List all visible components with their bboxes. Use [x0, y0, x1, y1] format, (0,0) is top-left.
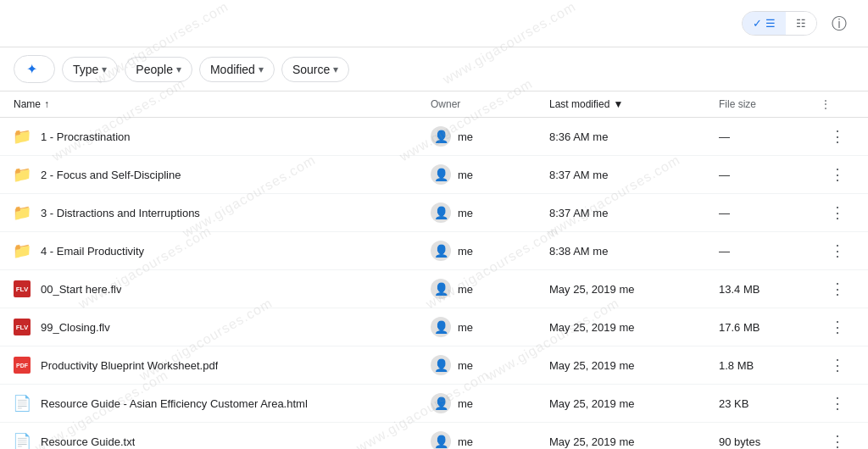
file-list: 📁 1 - Procrastination 👤 me 8:36 AM me — …: [0, 118, 868, 449]
more-options-button[interactable]: ⋮: [824, 352, 851, 379]
file-name-cell: FLV 99_Closing.flv: [14, 319, 431, 335]
table-row[interactable]: 📁 2 - Focus and Self-Discipline 👤 me 8:3…: [0, 156, 868, 194]
more-options-button[interactable]: ⋮: [824, 390, 851, 417]
owner-cell: 👤 me: [431, 431, 549, 449]
grid-icon: ☷: [796, 17, 806, 30]
owner-name: me: [458, 169, 473, 181]
more-options-button[interactable]: ⋮: [824, 199, 851, 226]
file-name: 2 - Focus and Self-Discipline: [41, 169, 181, 181]
modified-cell: May 25, 2019 me: [549, 359, 719, 372]
table-row[interactable]: 📄 Resource Guide - Asian Efficiency Cust…: [0, 385, 868, 423]
table-row[interactable]: PDF Productivity Blueprint Worksheet.pdf…: [0, 346, 868, 385]
more-cell: ⋮: [821, 237, 854, 264]
modified-column-header[interactable]: Last modified ▼: [549, 98, 719, 110]
size-cell: —: [719, 245, 821, 258]
type-chevron-icon: ▾: [102, 64, 107, 75]
source-filter-button[interactable]: Source ▾: [281, 57, 349, 82]
owner-name: me: [458, 283, 473, 296]
header-actions: ✓ ☰ ☷ ⓘ: [742, 8, 854, 39]
file-name: 00_Start here.flv: [41, 283, 121, 296]
table-header: Name ↑ Owner Last modified ▼ File size ⋮: [0, 91, 868, 118]
file-name: 4 - Email Productivity: [41, 245, 144, 258]
modified-filter-button[interactable]: Modified ▾: [199, 57, 275, 82]
folder-icon: 📁: [14, 166, 31, 183]
file-name-cell: FLV 00_Start here.flv: [14, 280, 431, 297]
modified-cell: 8:37 AM me: [549, 169, 719, 181]
avatar: 👤: [431, 317, 451, 337]
owner-cell: 👤 me: [431, 279, 549, 299]
more-options-button[interactable]: ⋮: [824, 237, 851, 264]
more-cell: ⋮: [821, 275, 854, 302]
file-name-cell: 📁 1 - Procrastination: [14, 128, 431, 145]
more-cell: ⋮: [821, 161, 854, 188]
more-col-icon: ⋮: [821, 98, 831, 110]
source-filter-label: Source: [292, 63, 330, 76]
list-view-button[interactable]: ✓ ☰: [743, 12, 786, 35]
modified-cell: 8:37 AM me: [549, 207, 719, 219]
type-filter-label: Type: [73, 63, 98, 76]
doc-icon: 📄: [14, 433, 31, 449]
folder-icon: 📁: [14, 204, 31, 221]
size-column-header[interactable]: File size: [719, 98, 821, 110]
owner-cell: 👤 me: [431, 355, 549, 375]
more-options-button[interactable]: ⋮: [824, 161, 851, 188]
owner-cell: 👤 me: [431, 393, 549, 413]
name-column-header[interactable]: Name ↑: [14, 98, 431, 110]
owner-column-header[interactable]: Owner: [431, 98, 549, 110]
name-sort-arrow: ↑: [44, 98, 49, 110]
table-row[interactable]: 📁 3 - Distractions and Interruptions 👤 m…: [0, 194, 868, 232]
avatar: 👤: [431, 126, 451, 147]
table-row[interactable]: 📄 Resource Guide.txt 👤 me May 25, 2019 m…: [0, 423, 868, 449]
modified-sort-arrow: ▼: [613, 98, 623, 110]
size-cell: 23 KB: [719, 397, 821, 410]
file-name: 1 - Procrastination: [41, 130, 131, 143]
more-options-button[interactable]: ⋮: [824, 123, 851, 150]
pdf-icon: PDF: [14, 357, 31, 374]
file-name-cell: PDF Productivity Blueprint Worksheet.pdf: [14, 357, 431, 374]
more-options-button[interactable]: ⋮: [824, 428, 851, 449]
more-cell: ⋮: [821, 352, 854, 379]
size-col-label: File size: [719, 98, 756, 110]
owner-cell: 👤 me: [431, 202, 549, 223]
name-col-label: Name: [14, 98, 41, 110]
info-button[interactable]: ⓘ: [824, 8, 854, 39]
avatar: 👤: [431, 279, 451, 299]
folder-icon: 📁: [14, 128, 31, 145]
avatar: 👤: [431, 241, 451, 261]
more-column-header: ⋮: [821, 98, 854, 110]
doc-icon: 📄: [14, 395, 31, 412]
file-name-cell: 📁 4 - Email Productivity: [14, 242, 431, 259]
owner-cell: 👤 me: [431, 317, 549, 337]
info-icon: ⓘ: [832, 14, 847, 34]
summarize-button[interactable]: ✦: [14, 55, 55, 83]
people-chevron-icon: ▾: [176, 64, 181, 75]
modified-cell: May 25, 2019 me: [549, 435, 719, 448]
table-row[interactable]: 📁 4 - Email Productivity 👤 me 8:38 AM me…: [0, 232, 868, 270]
table-row[interactable]: FLV 99_Closing.flv 👤 me May 25, 2019 me …: [0, 308, 868, 346]
avatar: 👤: [431, 393, 451, 413]
flv-icon: FLV: [14, 280, 31, 297]
more-cell: ⋮: [821, 428, 854, 449]
type-filter-button[interactable]: Type ▾: [62, 57, 118, 82]
avatar: 👤: [431, 202, 451, 223]
size-cell: —: [719, 207, 821, 219]
table-row[interactable]: 📁 1 - Procrastination 👤 me 8:36 AM me — …: [0, 118, 868, 156]
owner-name: me: [458, 207, 473, 219]
size-cell: —: [719, 130, 821, 143]
owner-col-label: Owner: [431, 98, 460, 110]
file-name-cell: 📄 Resource Guide - Asian Efficiency Cust…: [14, 395, 431, 412]
size-cell: —: [719, 169, 821, 181]
grid-view-button[interactable]: ☷: [786, 12, 816, 35]
more-cell: ⋮: [821, 123, 854, 150]
header: ✓ ☰ ☷ ⓘ: [0, 0, 868, 47]
owner-name: me: [458, 397, 473, 410]
more-options-button[interactable]: ⋮: [824, 313, 851, 341]
avatar: 👤: [431, 431, 451, 449]
more-options-button[interactable]: ⋮: [824, 275, 851, 302]
folder-icon: 📁: [14, 242, 31, 259]
owner-name: me: [458, 245, 473, 258]
file-name: 99_Closing.flv: [41, 321, 110, 334]
owner-cell: 👤 me: [431, 126, 549, 147]
people-filter-button[interactable]: People ▾: [125, 57, 192, 82]
table-row[interactable]: FLV 00_Start here.flv 👤 me May 25, 2019 …: [0, 270, 868, 308]
